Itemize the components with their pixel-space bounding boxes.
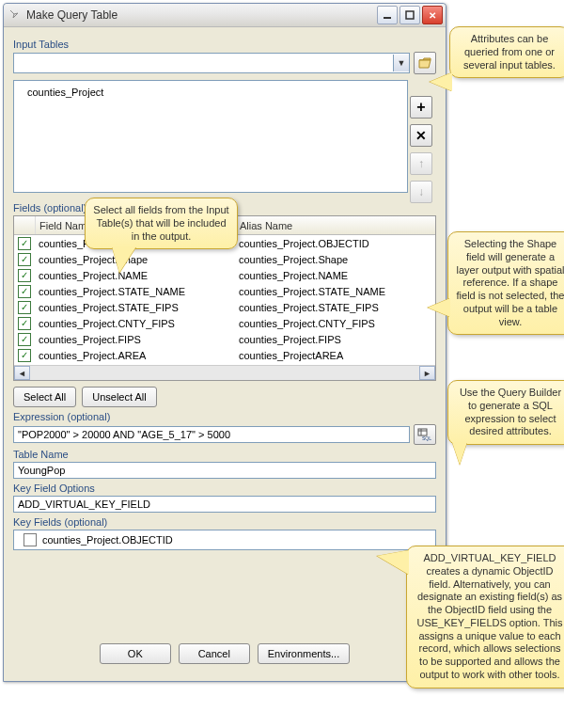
field-checkbox[interactable]: ✓ xyxy=(18,285,31,298)
callout-select-fields: Select all fields from the Input Table(s… xyxy=(85,198,238,249)
key-fields-list[interactable]: counties_Project.OBJECTID xyxy=(13,530,436,550)
field-checkbox[interactable]: ✓ xyxy=(18,333,31,346)
titlebar[interactable]: Make Query Table ✕ xyxy=(4,4,446,27)
move-down-button[interactable]: ↓ xyxy=(410,181,432,203)
unselect-all-button[interactable]: Unselect All xyxy=(82,387,156,407)
remove-button[interactable]: ✕ xyxy=(410,124,432,147)
field-checkbox[interactable]: ✓ xyxy=(18,253,31,266)
input-tables-combo[interactable]: ▼ xyxy=(13,53,410,73)
key-field-options-label: Key Field Options xyxy=(13,483,436,494)
window-title: Make Query Table xyxy=(26,8,376,22)
expression-label: Expression (optional) xyxy=(13,411,436,422)
key-field-options-input[interactable] xyxy=(13,496,436,513)
input-tables-list[interactable]: counties_Project xyxy=(13,80,408,193)
fields-grid-row[interactable]: ✓counties_Project.NAMEcounties_Project.N… xyxy=(14,267,435,283)
alias-name-header[interactable]: Alias Name xyxy=(236,220,435,231)
field-checkbox[interactable]: ✓ xyxy=(18,237,31,250)
input-tables-label: Input Tables xyxy=(13,39,436,50)
horizontal-scrollbar[interactable]: ◄ ► xyxy=(14,365,435,380)
ok-button[interactable]: OK xyxy=(100,643,171,664)
svg-text:SQL: SQL xyxy=(422,435,431,441)
alias-name-cell: counties_Project.Shape xyxy=(235,254,435,265)
make-query-table-dialog: Make Query Table ✕ Input Tables ▼ counti… xyxy=(3,3,446,682)
scroll-right-icon[interactable]: ► xyxy=(419,366,435,380)
field-name-cell: counties_Project.STATE_FIPS xyxy=(35,302,235,313)
svg-rect-0 xyxy=(384,17,391,19)
field-name-cell: counties_Project.CNTY_FIPS xyxy=(35,318,235,329)
close-button[interactable]: ✕ xyxy=(422,6,443,24)
key-field-checkbox[interactable] xyxy=(24,533,37,546)
field-checkbox[interactable]: ✓ xyxy=(18,269,31,282)
alias-name-cell: counties_Project.NAME xyxy=(235,270,435,281)
callout-shape-field: Selecting the Shape field will generate … xyxy=(447,231,564,335)
alias-name-cell: counties_Project.STATE_NAME xyxy=(235,286,435,297)
select-all-button[interactable]: Select All xyxy=(13,387,76,407)
browse-button[interactable] xyxy=(414,52,436,74)
field-name-cell: counties_Project.AREA xyxy=(35,350,235,361)
fields-grid-row[interactable]: ✓counties_Project.STATE_FIPScounties_Pro… xyxy=(14,299,435,315)
fields-grid-row[interactable]: ✓counties_Project.AREAcounties_ProjectAR… xyxy=(14,347,435,363)
field-checkbox[interactable]: ✓ xyxy=(18,301,31,314)
input-table-item[interactable]: counties_Project xyxy=(27,87,103,98)
field-checkbox[interactable]: ✓ xyxy=(18,349,31,362)
callout-key-field: ADD_VIRTUAL_KEY_FIELD creates a dynamic … xyxy=(406,546,564,688)
field-checkbox[interactable]: ✓ xyxy=(18,317,31,330)
scroll-left-icon[interactable]: ◄ xyxy=(14,366,30,380)
fields-grid-row[interactable]: ✓counties_Project.Shapecounties_Project.… xyxy=(14,251,435,267)
svg-rect-2 xyxy=(418,429,427,435)
expression-input[interactable] xyxy=(13,426,410,443)
table-name-input[interactable] xyxy=(13,462,436,479)
add-button[interactable]: + xyxy=(410,96,432,119)
alias-name-cell: counties_Project.CNTY_FIPS xyxy=(235,318,435,329)
fields-grid-row[interactable]: ✓counties_Project.FIPScounties_Project.F… xyxy=(14,331,435,347)
fields-grid-row[interactable]: ✓counties_Project.CNTY_FIPScounties_Proj… xyxy=(14,315,435,331)
field-name-cell: counties_Project.FIPS xyxy=(35,334,235,345)
alias-name-cell: counties_ProjectAREA xyxy=(235,350,435,361)
svg-rect-1 xyxy=(406,11,414,19)
chevron-down-icon[interactable]: ▼ xyxy=(393,55,409,71)
field-name-cell: counties_Project.STATE_NAME xyxy=(35,286,235,297)
dialog-button-row: OK Cancel Environments... xyxy=(4,643,446,664)
callout-query-builder: Use the Query Builder to generate a SQL … xyxy=(447,380,564,445)
alias-name-cell: counties_Project.OBJECTID xyxy=(235,238,435,249)
maximize-button[interactable] xyxy=(400,6,420,24)
fields-grid-row[interactable]: ✓counties_Project.STATE_NAMEcounties_Pro… xyxy=(14,283,435,299)
key-field-item-label: counties_Project.OBJECTID xyxy=(42,534,173,546)
key-fields-label: Key Fields (optional) xyxy=(13,516,436,528)
app-icon xyxy=(8,8,23,23)
environments-button[interactable]: Environments... xyxy=(258,643,350,664)
alias-name-cell: counties_Project.FIPS xyxy=(235,334,435,345)
table-name-label: Table Name xyxy=(13,449,436,460)
minimize-button[interactable] xyxy=(377,6,398,24)
cancel-button[interactable]: Cancel xyxy=(179,643,250,664)
alias-name-cell: counties_Project.STATE_FIPS xyxy=(235,302,435,313)
move-up-button[interactable]: ↑ xyxy=(410,152,432,175)
list-side-buttons: + ✕ ↑ ↓ xyxy=(410,96,432,203)
sql-builder-button[interactable]: SQL xyxy=(414,424,436,445)
callout-input-tables: Attributes can be queried from one or se… xyxy=(449,26,564,78)
